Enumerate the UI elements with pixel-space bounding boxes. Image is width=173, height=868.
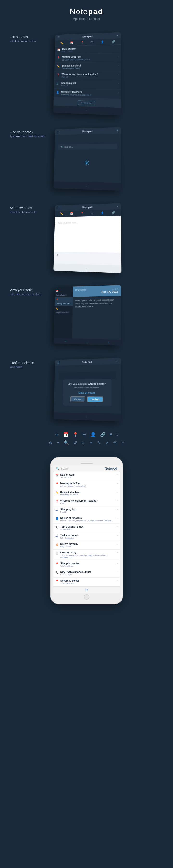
- load-more-button[interactable]: Load more: [78, 100, 95, 105]
- real-note-2[interactable]: 📍 Meeting with Tom 21 Main Street, Anyto…: [53, 480, 120, 489]
- real-body-4: Where is my classroom located? Pen 12: [60, 499, 116, 504]
- delete-app-title: Notepad: [61, 360, 114, 364]
- section-add-title: Add new notes: [9, 206, 48, 210]
- add-menu-icon: ☰: [57, 207, 60, 210]
- pencil-icon: ✏: [55, 432, 59, 437]
- note-item-5[interactable]: ☰ Shopping list Pen 12 ›: [54, 80, 121, 90]
- view-item-2[interactable]: 📍 Meeting with Tom: [55, 297, 73, 306]
- real-note-11[interactable]: 📍 Shopping center Whollam Center ›: [53, 560, 120, 569]
- real-note-13[interactable]: 📍 Shopping center 123 Lapliner Court ›: [53, 578, 120, 586]
- tab-person[interactable]: 👤: [101, 40, 104, 43]
- real-note-4[interactable]: ❓ Where is my classroom located? Pen 12 …: [53, 498, 120, 506]
- real-title-5: Shopping list: [60, 508, 116, 511]
- delete-menu-icon: ☰: [57, 361, 60, 365]
- add-add-icon[interactable]: +: [117, 205, 118, 208]
- real-icon-12: 📞: [55, 571, 59, 574]
- note-item-4[interactable]: ❓ Where is my classroom located? Pen 12 …: [54, 71, 121, 81]
- note-arrow-1: ›: [118, 46, 119, 49]
- link-icon: 🔗: [100, 432, 105, 437]
- view-header: Ryan's Note ✏ ✕ ↗ Jun 17, 2013: [73, 285, 121, 297]
- search-input[interactable]: 🔍 Search...: [58, 144, 118, 150]
- note-subtitle-2: 21 Main Street, Anytown, USA: [62, 58, 116, 61]
- real-date-1: Jun 17, 2013: [60, 476, 116, 478]
- real-title-11: Shopping center: [60, 562, 116, 565]
- real-title-3: Subject at school: [60, 491, 116, 493]
- phone-view-mockup: 📅 Date of exam 📍 Meeting with Tom ✏️ Sub…: [53, 286, 164, 344]
- section-add-desc: Select the type of note: [9, 211, 48, 213]
- delete-screen: ☰ Notepad ○○ Are you sure you want to de…: [54, 358, 122, 422]
- real-note-7[interactable]: 📞 Tom's phone number 555-775-1266 ›: [53, 524, 120, 532]
- refresh-button[interactable]: ↺: [85, 588, 88, 592]
- real-arrow-6: ›: [117, 517, 118, 519]
- real-note-1[interactable]: 📅 Date of exam Jun 17, 2013 ›: [53, 472, 120, 480]
- real-date-9: May 1, 2013: [60, 546, 116, 548]
- view-item-1[interactable]: 📅 Date of exam: [55, 288, 73, 298]
- note-item-2[interactable]: 📍 Meeting with Tom 21 Main Street, Anyto…: [55, 53, 121, 63]
- cancel-button[interactable]: Cancel: [71, 396, 85, 402]
- note-icon-2: 📍: [57, 56, 60, 60]
- real-body-8: Tasks for today 5/5 - Completed: [60, 534, 116, 539]
- home-button[interactable]: [84, 594, 89, 599]
- real-title-12: New Ryan's phone number: [60, 571, 116, 574]
- add-tab-1[interactable]: ✏️: [60, 212, 63, 215]
- note-item-3[interactable]: ✏️ Subject at school Describe your famil…: [54, 62, 121, 71]
- real-note-3[interactable]: ✏️ Subject at school Describe your famil…: [53, 489, 120, 498]
- real-icon-7: 📞: [55, 526, 59, 529]
- header: Notepad Application concept: [0, 0, 173, 26]
- circle-add-icon: ⊕: [49, 440, 52, 445]
- real-phone-bottom: ↺: [53, 586, 120, 593]
- real-title-9: Ryan's birthday: [60, 542, 116, 545]
- real-arrow-3: ›: [117, 491, 118, 493]
- real-date-13: 123 Lapliner Court: [60, 582, 116, 584]
- real-icon-3: ✏️: [55, 491, 59, 494]
- real-arrow-1: ›: [117, 473, 118, 476]
- section-find-desc: Type word and wait for results: [9, 135, 48, 137]
- add-tab-5[interactable]: 👤: [101, 211, 104, 214]
- confirm-delete-button[interactable]: Confirm: [87, 396, 103, 402]
- add-tab-6[interactable]: 🔗: [112, 211, 115, 214]
- asterisk-icon: ✳: [81, 440, 85, 445]
- real-date-8: 5/5 - Completed: [60, 537, 116, 539]
- tab-list[interactable]: ☰: [91, 41, 93, 44]
- real-note-6[interactable]: 👤 Names of teachers Harvey L. Hoover, Ma…: [53, 515, 120, 524]
- tab-all[interactable]: ✏️: [60, 41, 63, 45]
- real-body-13: Shopping center 123 Lapliner Court: [60, 579, 116, 584]
- app-bar-title: Notepad: [61, 34, 115, 39]
- add-note-area[interactable]: Type your note here...: [54, 216, 121, 253]
- real-title-10: Lesson 21 (!!): [60, 551, 116, 554]
- phone-add-mockup: ☰ Notepad + ✏️ 📅 📍 ☰ 👤 🔗 Type your note …: [53, 204, 164, 271]
- real-note-10[interactable]: 📄 Lesson 21 (!!) There are many variatio…: [53, 550, 120, 560]
- real-search-icon: 🔍: [56, 467, 59, 470]
- real-body-10: Lesson 21 (!!) There are many variations…: [60, 551, 116, 558]
- real-note-9[interactable]: 🎂 Ryan's birthday May 1, 2013 ›: [53, 541, 120, 550]
- add-tab-3[interactable]: 📍: [80, 212, 84, 215]
- real-note-8[interactable]: ☰ Tasks for today 5/5 - Completed ›: [53, 532, 120, 541]
- tab-location[interactable]: 📍: [81, 41, 84, 44]
- note-item-1[interactable]: 📅 Date of exam Jun 17, 2013 ›: [55, 45, 121, 54]
- add-tab-4[interactable]: ☰: [91, 212, 93, 215]
- find-add-icon[interactable]: +: [117, 129, 118, 132]
- real-body-11: Shopping center Whollam Center: [60, 562, 116, 567]
- view-bottom-icon-1[interactable]: ☰: [65, 340, 67, 342]
- add-note-button[interactable]: +: [54, 252, 121, 259]
- note-icon-5: ☰: [56, 82, 59, 85]
- section-delete-label: Confirm deletion Your notes: [9, 359, 48, 368]
- search-screen: 🔍 Search... ✳: [54, 133, 121, 183]
- note-list: 📅 Date of exam Jun 17, 2013 › 📍 Meeting …: [53, 45, 122, 116]
- app-subtitle: Application concept: [0, 17, 173, 21]
- find-screen: ☰ Notepad + 🔍 Search... ✳ ○: [54, 127, 122, 191]
- real-note-12[interactable]: 📞 New Ryan's phone number 815-202-6951 ›: [53, 569, 120, 578]
- view-item-3[interactable]: ✏️ Subject at school: [54, 306, 73, 315]
- real-arrow-8: ›: [117, 534, 118, 537]
- tab-calendar[interactable]: 📅: [70, 41, 73, 44]
- tab-link[interactable]: 🔗: [112, 40, 115, 43]
- add-tab-2[interactable]: 📅: [70, 212, 74, 215]
- search-icon: 🔍: [64, 440, 69, 445]
- real-icon-6: 👤: [55, 517, 59, 520]
- add-icon[interactable]: +: [117, 34, 118, 37]
- note-title-4: Where is my classroom located?: [61, 73, 116, 75]
- note-arrow-2: ›: [118, 55, 119, 58]
- real-note-5[interactable]: ☰ Shopping list Pen 12 ›: [53, 506, 120, 515]
- real-body-9: Ryan's birthday May 1, 2013: [60, 542, 116, 548]
- real-arrow-11: ›: [117, 562, 118, 565]
